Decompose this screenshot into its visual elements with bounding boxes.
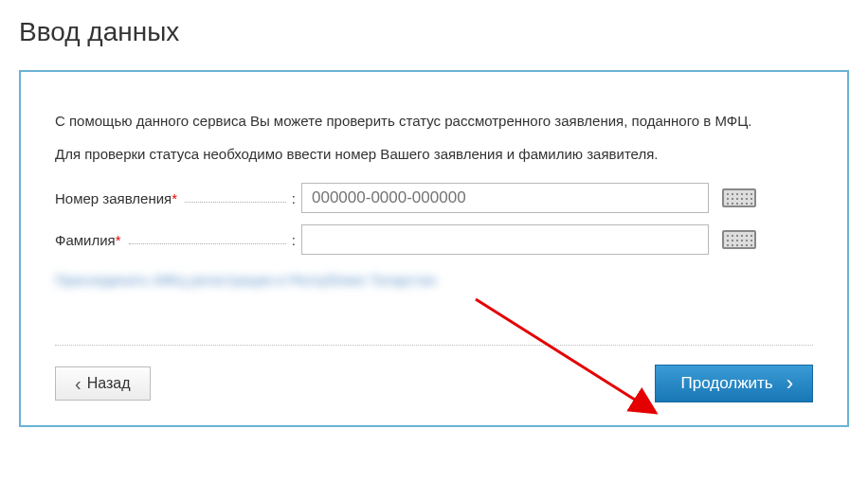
surname-input[interactable] (301, 224, 709, 255)
keyboard-icon[interactable] (722, 188, 756, 207)
form-panel: С помощью данного сервиса Вы можете пров… (19, 70, 849, 427)
page-title: Ввод данных (19, 17, 849, 47)
application-number-input[interactable] (301, 183, 709, 213)
sub-text: Для проверки статуса необходимо ввести н… (55, 146, 813, 162)
application-number-label: Номер заявления* : (55, 190, 301, 206)
continue-button[interactable]: Продолжить (655, 365, 813, 402)
keyboard-icon[interactable] (722, 230, 756, 249)
surname-label: Фамилия* : (55, 232, 301, 248)
required-asterisk: * (172, 190, 177, 206)
back-button[interactable]: Назад (55, 366, 151, 401)
application-number-row: Номер заявления* : (55, 183, 813, 213)
blurred-link: Присоединить МФЦ регистрации в Республик… (55, 272, 813, 288)
intro-text: С помощью данного сервиса Вы можете пров… (55, 110, 813, 133)
button-bar: Назад Продолжить (55, 345, 813, 402)
required-asterisk: * (116, 232, 121, 248)
surname-row: Фамилия* : (55, 224, 813, 255)
